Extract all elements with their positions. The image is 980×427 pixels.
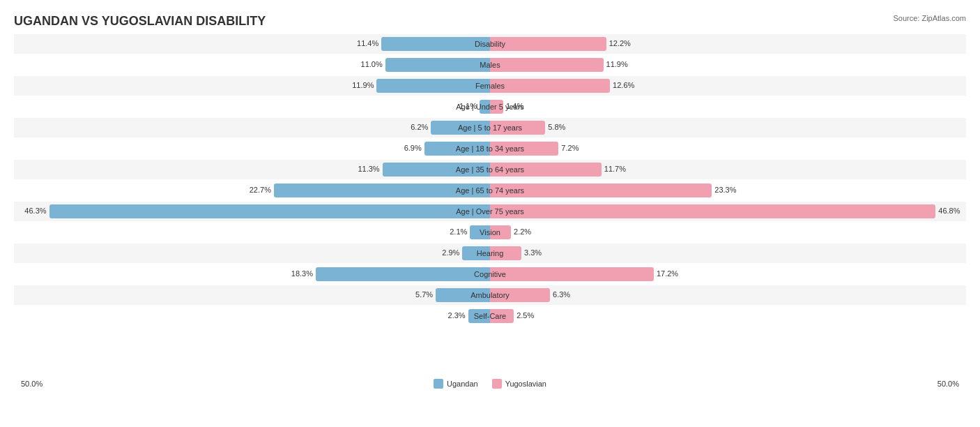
- chart-row: Age | 18 to 34 years6.9%7.2%: [14, 139, 966, 158]
- val-right: 11.9%: [606, 60, 628, 68]
- bar-right: [490, 204, 935, 218]
- legend-yugoslavian: Yugoslavian: [492, 379, 546, 389]
- chart-row: Disability11.4%12.2%: [14, 34, 966, 54]
- row-label: Vision: [477, 228, 503, 237]
- chart-row: Vision2.1%2.2%: [14, 223, 966, 242]
- footer-left: 50.0%: [21, 380, 43, 388]
- val-left: 2.9%: [442, 248, 459, 257]
- val-left: 18.3%: [291, 269, 313, 278]
- legend-yugoslavian-label: Yugoslavian: [505, 380, 546, 388]
- row-label: Age | Under 5 years: [453, 103, 527, 111]
- legend-ugandan: Ugandan: [434, 379, 478, 389]
- chart-row: Age | Under 5 years1.1%1.4%: [14, 97, 966, 117]
- val-right: 17.2%: [657, 269, 678, 278]
- row-label: Self-Care: [471, 312, 509, 320]
- val-right: 6.3%: [553, 290, 570, 299]
- val-left: 2.1%: [450, 227, 467, 236]
- val-left: 11.9%: [352, 81, 374, 89]
- chart-row: Self-Care2.3%2.5%: [14, 306, 966, 326]
- val-left: 6.9%: [404, 144, 422, 152]
- chart-row: Age | 35 to 64 years11.3%11.7%: [14, 160, 966, 179]
- val-right: 5.8%: [548, 123, 565, 131]
- val-right: 3.3%: [524, 248, 542, 257]
- chart-row: Males11.0%11.9%: [14, 55, 966, 75]
- chart-row: Females11.9%12.6%: [14, 76, 966, 96]
- chart-area: Disability11.4%12.2%Males11.0%11.9%Femal…: [14, 34, 966, 376]
- legend-ugandan-box: [434, 379, 443, 389]
- val-left: 46.3%: [24, 207, 46, 215]
- bar-left: [385, 58, 490, 72]
- row-label: Age | 18 to 34 years: [453, 144, 527, 153]
- val-left: 11.3%: [358, 165, 379, 173]
- row-label: Females: [473, 82, 507, 90]
- row-label: Age | Over 75 years: [453, 207, 527, 216]
- bar-right: [490, 58, 604, 72]
- val-left: 5.7%: [415, 290, 433, 299]
- chart-row: Age | Over 75 years46.3%46.8%: [14, 202, 966, 221]
- val-right: 2.2%: [514, 227, 531, 236]
- bar-right: [490, 267, 654, 281]
- val-left: 11.4%: [357, 39, 378, 47]
- chart-container: UGANDAN VS YUGOSLAVIAN DISABILITY Source…: [0, 0, 980, 427]
- row-label: Hearing: [474, 249, 507, 257]
- val-left: 22.7%: [250, 186, 271, 194]
- chart-title: UGANDAN VS YUGOSLAVIAN DISABILITY: [14, 14, 966, 29]
- row-label: Age | 65 to 74 years: [453, 186, 527, 195]
- row-label: Age | 5 to 17 years: [455, 123, 525, 132]
- row-label: Disability: [472, 40, 508, 48]
- val-right: 7.2%: [561, 144, 579, 152]
- bar-left: [49, 204, 490, 218]
- row-label: Age | 35 to 64 years: [453, 165, 527, 174]
- val-right: 2.5%: [516, 311, 534, 320]
- val-right: 11.7%: [604, 165, 626, 173]
- legend-ugandan-label: Ugandan: [447, 380, 478, 388]
- val-right: 12.6%: [613, 81, 634, 89]
- val-right: 46.8%: [938, 207, 960, 215]
- chart-footer: 50.0% Ugandan Yugoslavian 50.0%: [14, 379, 966, 389]
- source-text: Source: ZipAtlas.com: [893, 14, 966, 22]
- val-left: 6.2%: [411, 123, 428, 131]
- legend: Ugandan Yugoslavian: [434, 379, 546, 389]
- legend-yugoslavian-box: [492, 379, 502, 389]
- row-label: Cognitive: [471, 270, 509, 278]
- chart-row: Hearing2.9%3.3%: [14, 244, 966, 263]
- chart-row: Age | 5 to 17 years6.2%5.8%: [14, 118, 966, 137]
- chart-row: Cognitive18.3%17.2%: [14, 264, 966, 284]
- bar-right: [490, 79, 610, 93]
- footer-right: 50.0%: [937, 380, 959, 388]
- bar-left: [316, 267, 490, 281]
- chart-row: Ambulatory5.7%6.3%: [14, 285, 966, 305]
- val-left: 2.3%: [448, 311, 466, 320]
- val-left: 11.0%: [361, 60, 383, 68]
- val-right: 23.3%: [714, 186, 736, 194]
- row-label: Males: [477, 61, 503, 69]
- row-label: Ambulatory: [468, 291, 512, 299]
- val-right: 12.2%: [609, 39, 631, 47]
- chart-row: Age | 65 to 74 years22.7%23.3%: [14, 181, 966, 200]
